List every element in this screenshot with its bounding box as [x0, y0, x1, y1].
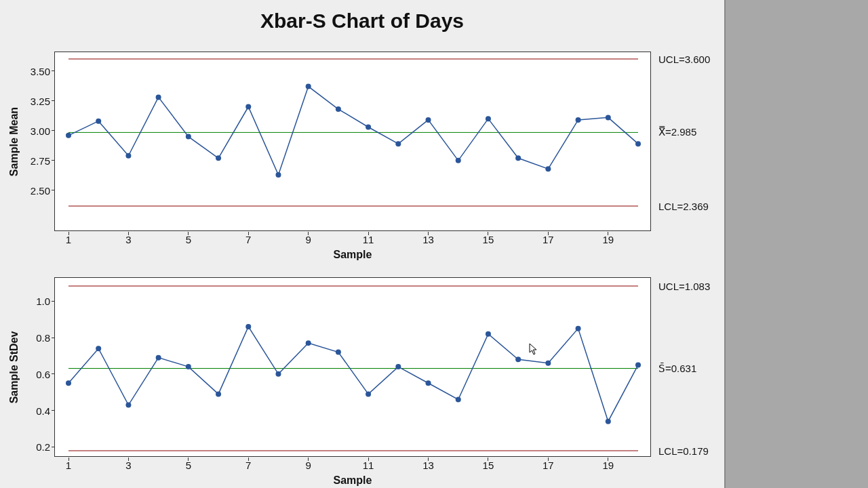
- svg-point-45: [635, 362, 641, 367]
- x-tick-label: 3: [118, 234, 138, 245]
- svg-point-32: [245, 324, 251, 329]
- x-tick-label: 13: [418, 460, 439, 471]
- x-tick-label: 9: [298, 460, 319, 471]
- svg-point-43: [576, 326, 581, 331]
- svg-point-15: [426, 117, 431, 123]
- s-plot: [55, 278, 652, 458]
- svg-point-18: [515, 155, 521, 161]
- svg-point-29: [156, 355, 161, 361]
- chart-title: Xbar-S Chart of Days: [0, 9, 724, 33]
- svg-point-31: [216, 391, 221, 396]
- xbar-ylabel: Sample Mean: [8, 106, 20, 176]
- svg-point-26: [66, 380, 71, 386]
- chart-window: Xbar-S Chart of Days Sample Mean Sample …: [0, 0, 726, 488]
- center-label: X̿=2.985: [658, 126, 696, 138]
- svg-point-6: [156, 94, 161, 100]
- xbar-xlabel: Sample: [334, 249, 372, 261]
- svg-point-28: [125, 403, 131, 408]
- svg-point-14: [395, 141, 401, 146]
- svg-point-3: [66, 133, 71, 138]
- svg-point-5: [125, 153, 131, 159]
- x-tick-label: 15: [478, 460, 498, 471]
- xbar-plot: [55, 52, 652, 232]
- svg-point-16: [456, 158, 461, 163]
- s-ylabel: Sample StDev: [8, 331, 20, 403]
- y-tick-label: 0.8: [23, 332, 50, 344]
- x-tick-label: 11: [358, 460, 378, 471]
- svg-point-20: [576, 117, 581, 123]
- svg-point-44: [606, 419, 611, 424]
- svg-point-37: [395, 364, 401, 369]
- svg-point-21: [606, 115, 611, 120]
- svg-point-13: [366, 124, 371, 129]
- x-tick-label: 7: [238, 234, 258, 245]
- ucl-label: UCL=3.600: [658, 54, 710, 65]
- x-tick-label: 13: [418, 234, 439, 245]
- lcl-label: LCL=2.369: [658, 201, 709, 212]
- svg-point-30: [186, 364, 191, 369]
- y-tick-label: 3.00: [23, 125, 50, 136]
- svg-point-22: [635, 141, 641, 146]
- svg-point-36: [366, 391, 371, 396]
- y-tick-label: 2.50: [23, 184, 50, 196]
- x-tick-label: 1: [58, 234, 79, 245]
- svg-point-8: [216, 155, 221, 161]
- svg-point-35: [336, 350, 341, 355]
- y-tick-label: 3.50: [23, 65, 50, 77]
- svg-point-4: [96, 119, 101, 124]
- y-tick-label: 0.2: [23, 441, 50, 453]
- svg-point-11: [306, 84, 311, 89]
- s-xlabel: Sample: [334, 474, 372, 487]
- x-tick-label: 17: [538, 460, 558, 471]
- x-tick-label: 3: [118, 460, 138, 471]
- svg-point-17: [486, 116, 491, 121]
- y-tick-label: 0.6: [23, 368, 50, 380]
- x-tick-label: 9: [298, 234, 319, 245]
- x-tick-label: 19: [598, 460, 618, 471]
- svg-point-12: [336, 106, 341, 112]
- x-tick-label: 15: [478, 234, 498, 245]
- svg-point-19: [545, 166, 551, 171]
- x-tick-label: 1: [58, 460, 79, 471]
- svg-point-39: [456, 396, 461, 402]
- xbar-chart: Sample Mean Sample 2.502.753.003.253.501…: [54, 52, 651, 231]
- svg-point-7: [186, 134, 191, 140]
- svg-point-41: [515, 357, 521, 362]
- svg-point-33: [275, 371, 281, 377]
- lcl-label: LCL=0.179: [658, 445, 709, 457]
- svg-point-27: [96, 346, 101, 351]
- x-tick-label: 5: [178, 460, 199, 471]
- svg-point-9: [245, 104, 251, 110]
- ucl-label: UCL=1.083: [658, 281, 710, 292]
- x-tick-label: 7: [238, 460, 258, 471]
- y-tick-label: 3.25: [23, 95, 50, 106]
- s-chart: Sample StDev Sample 0.20.40.60.81.013579…: [54, 277, 651, 457]
- y-tick-label: 1.0: [23, 296, 50, 307]
- svg-point-10: [275, 172, 281, 178]
- y-tick-label: 0.4: [23, 405, 50, 416]
- y-tick-label: 2.75: [23, 155, 50, 166]
- x-tick-label: 11: [358, 234, 378, 245]
- svg-point-38: [426, 380, 431, 386]
- x-tick-label: 17: [538, 234, 558, 245]
- center-label: S̄=0.631: [658, 363, 696, 375]
- svg-point-34: [306, 340, 311, 346]
- x-tick-label: 5: [178, 234, 199, 245]
- x-tick-label: 19: [598, 234, 618, 245]
- svg-point-40: [486, 331, 491, 337]
- svg-point-42: [545, 361, 551, 366]
